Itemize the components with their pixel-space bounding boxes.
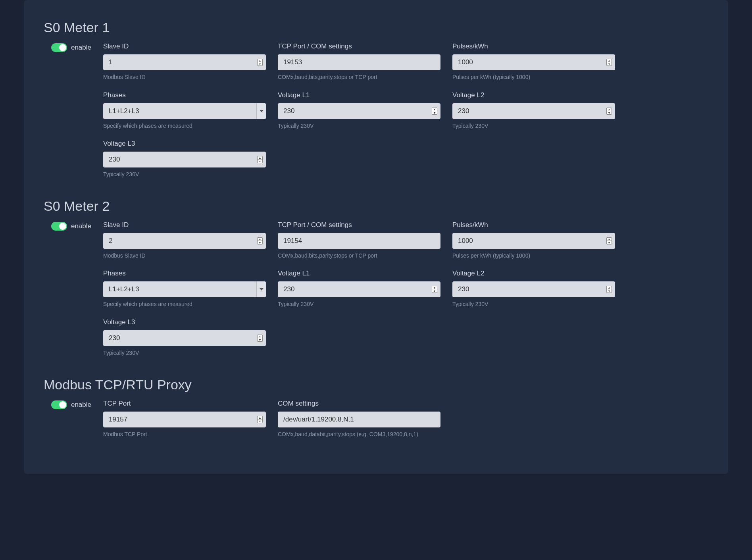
slave-id-input[interactable] (103, 54, 266, 70)
slave-id-label: Slave ID (103, 42, 266, 50)
slave-id-help: Modbus Slave ID (103, 73, 266, 81)
spinner-icon[interactable]: ▲▼ (432, 108, 437, 115)
section-title-s0-meter-2: S0 Meter 2 (40, 198, 712, 214)
voltage-l1-input[interactable] (278, 281, 440, 297)
pulses-help: Pulses per kWh (typically 1000) (452, 73, 615, 81)
voltage-l3-help: Typically 230V (103, 349, 266, 357)
phases-select[interactable] (103, 103, 266, 119)
slave-id-help: Modbus Slave ID (103, 252, 266, 260)
pulses-input[interactable] (452, 233, 615, 249)
tcp-port-label: TCP Port (103, 400, 266, 408)
spinner-icon[interactable]: ▲▼ (257, 335, 263, 342)
tcp-port-input[interactable] (278, 233, 440, 249)
com-settings-input[interactable] (278, 412, 440, 427)
spinner-icon[interactable]: ▲▼ (432, 286, 437, 293)
voltage-l1-help: Typically 230V (278, 300, 440, 308)
voltage-l2-input[interactable] (452, 103, 615, 119)
tcp-port-help: COMx,baud,bits,parity,stops or TCP port (278, 252, 440, 260)
spinner-icon[interactable]: ▲▼ (606, 286, 612, 293)
voltage-l3-label: Voltage L3 (103, 140, 266, 148)
section-title-modbus-proxy: Modbus TCP/RTU Proxy (40, 377, 712, 393)
chevron-down-icon[interactable] (256, 103, 266, 119)
pulses-label: Pulses/kWh (452, 221, 615, 229)
enable-label: enable (71, 401, 91, 409)
enable-toggle-modbus-proxy[interactable] (51, 400, 67, 409)
spinner-icon[interactable]: ▲▼ (257, 416, 263, 423)
tcp-port-input[interactable] (278, 54, 440, 70)
spinner-icon[interactable]: ▲▼ (257, 237, 263, 244)
tcp-port-label: TCP Port / COM settings (278, 221, 440, 229)
voltage-l3-input[interactable] (103, 152, 266, 167)
voltage-l1-label: Voltage L1 (278, 269, 440, 277)
spinner-icon[interactable]: ▲▼ (606, 237, 612, 244)
voltage-l2-label: Voltage L2 (452, 91, 615, 99)
tcp-port-help: COMx,baud,bits,parity,stops or TCP port (278, 73, 440, 81)
voltage-l1-help: Typically 230V (278, 122, 440, 130)
tcp-port-label: TCP Port / COM settings (278, 42, 440, 50)
voltage-l2-help: Typically 230V (452, 300, 615, 308)
spinner-icon[interactable]: ▲▼ (257, 156, 263, 163)
slave-id-input[interactable] (103, 233, 266, 249)
phases-help: Specify which phases are measured (103, 122, 266, 130)
voltage-l2-label: Voltage L2 (452, 269, 615, 277)
voltage-l3-help: Typically 230V (103, 171, 266, 179)
spinner-icon[interactable]: ▲▼ (606, 59, 612, 66)
com-settings-help: COMx,baud,databit,parity,stops (e.g. COM… (278, 431, 440, 439)
slave-id-label: Slave ID (103, 221, 266, 229)
spinner-icon[interactable]: ▲▼ (606, 108, 612, 115)
enable-toggle-s0-meter-2[interactable] (51, 222, 67, 231)
voltage-l3-input[interactable] (103, 330, 266, 346)
spinner-icon[interactable]: ▲▼ (257, 59, 263, 66)
tcp-port-input[interactable] (103, 412, 266, 427)
section-title-s0-meter-1: S0 Meter 1 (40, 20, 712, 35)
enable-label: enable (71, 44, 91, 52)
voltage-l1-input[interactable] (278, 103, 440, 119)
enable-toggle-s0-meter-1[interactable] (51, 43, 67, 52)
enable-label: enable (71, 222, 91, 230)
phases-label: Phases (103, 91, 266, 99)
pulses-input[interactable] (452, 54, 615, 70)
tcp-port-help: Modbus TCP Port (103, 431, 266, 439)
voltage-l2-input[interactable] (452, 281, 615, 297)
pulses-label: Pulses/kWh (452, 42, 615, 50)
phases-label: Phases (103, 269, 266, 277)
pulses-help: Pulses per kWh (typically 1000) (452, 252, 615, 260)
voltage-l1-label: Voltage L1 (278, 91, 440, 99)
voltage-l3-label: Voltage L3 (103, 318, 266, 326)
com-settings-label: COM settings (278, 400, 440, 408)
phases-help: Specify which phases are measured (103, 300, 266, 308)
phases-select[interactable] (103, 281, 266, 297)
chevron-down-icon[interactable] (256, 281, 266, 297)
voltage-l2-help: Typically 230V (452, 122, 615, 130)
